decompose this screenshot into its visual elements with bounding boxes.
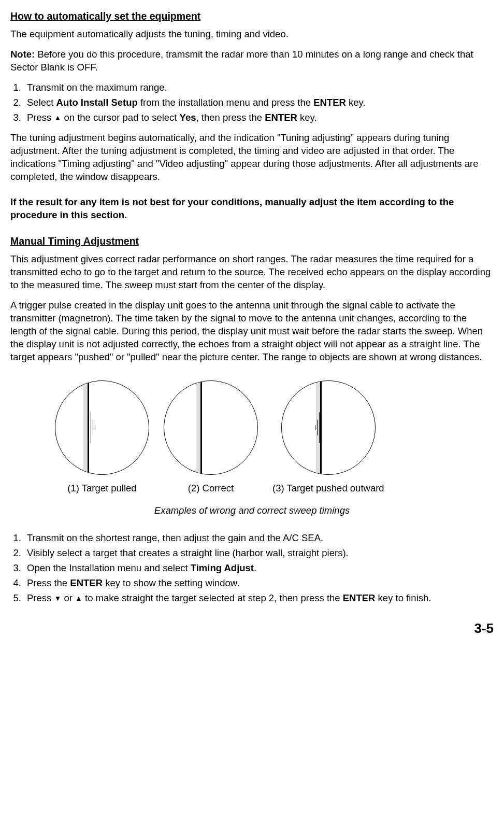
paragraph-tuning-explain: The tuning adjustment begins automatical… — [10, 132, 494, 183]
figure-row: (1) Target pulled (2) Correct (3) Target… — [10, 380, 494, 495]
note-label: Note: — [10, 49, 35, 60]
paragraph-auto-intro: The equipment automatically adjusts the … — [10, 28, 494, 41]
step-text: key. — [346, 97, 366, 108]
figure-item-pushed: (3) Target pushed outward — [272, 380, 384, 495]
step-text: to make straight the target selected at … — [82, 592, 343, 603]
step-text: Select — [27, 97, 56, 108]
figure-sweep-timings: (1) Target pulled (2) Correct (3) Target… — [10, 380, 494, 517]
step-text: , then press the — [196, 112, 265, 123]
list-item: Press ▲ on the cursor pad to select Yes,… — [24, 111, 494, 124]
diagram-circle-correct — [164, 380, 258, 475]
step-text: from the installation menu and press the — [138, 97, 313, 108]
paragraph-manual-p2: A trigger pulse created in the display u… — [10, 299, 494, 364]
step-text: on the cursor pad to select — [61, 112, 179, 123]
step-text: Press — [27, 112, 54, 123]
step-text: Press — [27, 592, 54, 603]
figure-caption-2: (2) Correct — [188, 482, 234, 495]
step-text: key to show the setting window. — [103, 577, 239, 588]
list-item: Transmit on the maximum range. — [24, 81, 494, 94]
diagram-line — [200, 381, 202, 474]
keyword-auto-install-setup: Auto Install Setup — [56, 97, 138, 108]
triangle-up-icon: ▲ — [75, 594, 82, 602]
list-item: Visibly select a target that creates a s… — [24, 547, 494, 560]
list-item: Press the ENTER key to show the setting … — [24, 577, 494, 590]
list-item: Transmit on the shortest range, then adj… — [24, 532, 494, 545]
figure-caption-1: (1) Target pulled — [67, 482, 136, 495]
triangle-down-icon: ▼ — [54, 594, 61, 602]
section-heading-auto-set: How to automatically set the equipment — [10, 9, 494, 23]
diagram-circle-pulled — [55, 380, 149, 475]
note-text: Before you do this procedure, tramsmit t… — [10, 49, 473, 73]
list-item: Select Auto Install Setup from the insta… — [24, 96, 494, 109]
auto-steps-list: Transmit on the maximum range. Select Au… — [10, 81, 494, 124]
figure-main-caption: Examples of wrong and correct sweep timi… — [10, 504, 494, 517]
section-heading-manual-timing: Manual Timing Adjustment — [10, 234, 494, 248]
diagram-line — [319, 412, 320, 443]
diagram-line — [315, 425, 315, 430]
step-text: . — [254, 562, 256, 573]
triangle-up-icon: ▲ — [54, 114, 61, 122]
list-item: Open the Installation menu and select Ti… — [24, 562, 494, 575]
page-number: 3-5 — [10, 619, 494, 638]
step-text: Open the Installation menu and select — [27, 562, 191, 573]
keyword-yes: Yes — [180, 112, 196, 123]
figure-item-correct: (2) Correct — [164, 380, 258, 495]
diagram-line — [91, 412, 91, 443]
diagram-line — [83, 381, 88, 474]
step-text: or — [61, 592, 75, 603]
diagram-line — [88, 381, 89, 474]
keyword-enter: ENTER — [313, 97, 346, 108]
manual-steps-list: Transmit on the shortest range, then adj… — [10, 532, 494, 605]
paragraph-manual-advice: If the result for any item is not best f… — [10, 196, 494, 222]
step-text: key. — [297, 112, 317, 123]
figure-item-pulled: (1) Target pulled — [55, 380, 149, 495]
diagram-line — [93, 420, 93, 435]
paragraph-manual-p1: This adjustment gives correct radar perf… — [10, 253, 494, 292]
diagram-line — [95, 425, 95, 430]
keyword-enter: ENTER — [343, 592, 376, 603]
diagram-line — [196, 381, 200, 474]
step-text: Press the — [27, 577, 70, 588]
keyword-timing-adjust: Timing Adjust — [191, 562, 254, 573]
step-text: key to finish. — [375, 592, 431, 603]
keyword-enter: ENTER — [265, 112, 297, 123]
diagram-circle-pushed — [281, 380, 376, 475]
note-paragraph: Note: Before you do this procedure, tram… — [10, 48, 494, 74]
diagram-line — [320, 381, 322, 474]
figure-caption-3: (3) Target pushed outward — [272, 482, 384, 495]
keyword-enter: ENTER — [70, 577, 103, 588]
list-item: Press ▼ or ▲ to make straight the target… — [24, 592, 494, 605]
diagram-line — [317, 420, 318, 435]
